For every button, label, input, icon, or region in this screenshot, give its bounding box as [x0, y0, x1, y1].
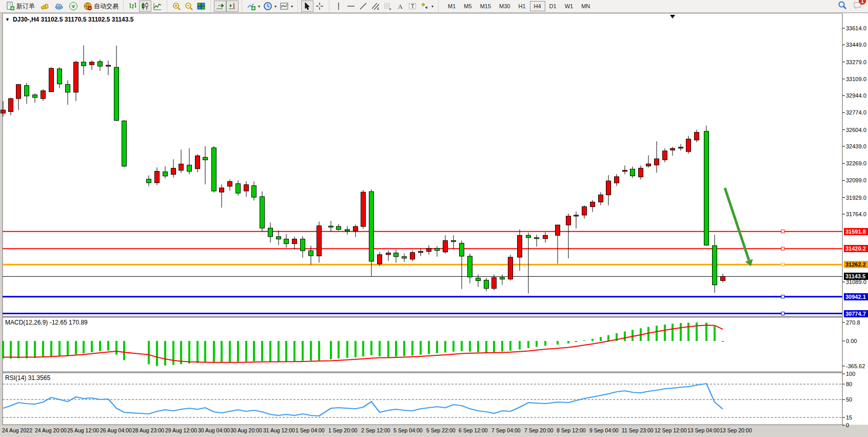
periods-button[interactable]: ▾ — [262, 1, 278, 12]
timeframe-button-m15[interactable]: M15 — [476, 1, 495, 11]
chart-area[interactable]: ▼ DJ30-,H4 31102.5 31170.5 31102.5 31143… — [0, 13, 868, 437]
notifications-icon[interactable]: 1 — [853, 0, 863, 12]
zoom-in-button[interactable] — [170, 1, 183, 12]
candle-bullish — [639, 168, 643, 177]
candle-bullish — [378, 255, 382, 264]
text-tool-button[interactable]: A — [394, 1, 406, 12]
templates-button-dropdown-caret[interactable]: ▾ — [291, 4, 293, 9]
auto-trading-button[interactable]: 自动交易 — [82, 1, 120, 12]
clock-icon — [263, 2, 272, 11]
macd-axis-label: -365.62 — [846, 363, 865, 369]
chart-canvas[interactable] — [0, 13, 868, 437]
shapes-tool-button-dropdown-caret[interactable]: ▾ — [431, 4, 433, 9]
tile-windows-button[interactable] — [195, 1, 207, 12]
candle-bearish — [252, 186, 257, 198]
line-chart-button[interactable] — [151, 1, 164, 12]
new-order-button[interactable]: 新订单 — [4, 1, 36, 12]
candle-bearish — [301, 239, 305, 251]
candle-bearish — [212, 148, 216, 191]
line-anchor-handle[interactable] — [781, 230, 784, 233]
chart-shift-button[interactable] — [226, 1, 239, 12]
autotrade-icon — [83, 2, 92, 11]
svg-text:T: T — [411, 3, 415, 9]
indicators-button[interactable]: ▾ — [245, 1, 262, 12]
timeframe-button-h4[interactable]: H4 — [530, 1, 545, 11]
candle-bullish — [695, 132, 699, 140]
time-axis-label: 1 Sep 20:00 — [328, 427, 358, 433]
horizontal-line-tool-button[interactable] — [345, 1, 357, 12]
timeframe-button-h1[interactable]: H1 — [514, 1, 529, 11]
notification-count-badge: 1 — [859, 0, 866, 5]
candlestick-chart-button[interactable] — [139, 1, 151, 12]
candle-bullish — [590, 202, 595, 206]
indicators-button-dropdown-caret[interactable]: ▾ — [258, 4, 260, 9]
fibonacci-tool-button[interactable]: F — [382, 1, 394, 12]
candle-bullish — [41, 91, 46, 99]
periods-button-dropdown-caret[interactable]: ▾ — [274, 4, 277, 9]
candle-bearish — [66, 84, 70, 92]
trendline-tool-button[interactable] — [357, 1, 369, 12]
candle-bullish — [410, 253, 415, 259]
price-axis-label: 31764.0 — [846, 211, 866, 217]
shapes-tool-button[interactable]: ▾ — [419, 1, 435, 12]
crosshair-tool-button[interactable] — [313, 1, 326, 12]
candle-bearish — [284, 239, 289, 243]
rsi-pane[interactable] — [3, 373, 842, 425]
time-axis-label: 7 Sep 04:00 — [491, 427, 521, 433]
signals-button[interactable] — [67, 1, 80, 12]
line-anchor-handle[interactable] — [781, 263, 784, 266]
line-anchor-handle[interactable] — [781, 295, 784, 298]
auto-scroll-button[interactable] — [214, 1, 226, 12]
candle-bullish — [556, 225, 560, 235]
line-anchor-handle[interactable] — [781, 312, 784, 315]
trading-terminal-window: { "toolbar": { "new_order_label": "新订单",… — [0, 0, 868, 437]
candle-bearish — [337, 226, 341, 230]
vertical-line-tool-button[interactable] — [332, 1, 345, 12]
price-axis-label: 32944.0 — [846, 92, 866, 99]
toolbar-separator — [298, 1, 301, 12]
price-level-badge: 30942.1 — [844, 293, 868, 300]
equidistant-channel-tool-button[interactable]: E — [369, 1, 382, 12]
horn-icon — [40, 2, 49, 11]
time-axis-label: 26 Aug 04:00 — [100, 427, 132, 433]
price-level-badge: 31262.2 — [844, 261, 868, 268]
rsi-axis-label: 0 — [846, 422, 849, 428]
candle-bullish — [646, 164, 651, 166]
timeframe-button-m30[interactable]: M30 — [495, 1, 514, 11]
candle-bullish — [721, 276, 725, 280]
chevron-down-icon[interactable]: ▼ — [5, 17, 10, 22]
timeframe-button-d1[interactable]: D1 — [545, 1, 561, 11]
templates-button[interactable]: ▾ — [278, 1, 294, 12]
timeframe-button-m1[interactable]: M1 — [444, 1, 460, 11]
bar-chart-button[interactable] — [127, 1, 139, 12]
macd-indicator-label: MACD(12,26,9) -12.65 170.89 — [5, 319, 88, 326]
candle-bullish — [615, 177, 619, 183]
candle-bearish — [468, 256, 472, 277]
candle-bearish — [236, 184, 241, 193]
label-tool-button[interactable]: T — [406, 1, 419, 12]
rsi-axis-label: 100 — [846, 371, 855, 377]
timeframe-button-m5[interactable]: M5 — [460, 1, 476, 11]
line-anchor-handle[interactable] — [781, 247, 784, 250]
community-button[interactable] — [53, 1, 65, 12]
auto-trading-button-label: 自动交易 — [94, 2, 119, 11]
candle-bearish — [309, 251, 313, 256]
price-axis-label: 32269.0 — [846, 160, 866, 166]
candle-bullish — [1, 110, 6, 113]
zoomout-icon — [184, 2, 193, 11]
macd-pane[interactable] — [3, 317, 842, 372]
zoom-out-button[interactable] — [183, 1, 195, 12]
chart-title-text: DJ30-,H4 31102.5 31170.5 31102.5 31143.5 — [13, 16, 134, 23]
time-axis-label: 13 Sep 04:00 — [687, 427, 719, 433]
timeframe-button-w1[interactable]: W1 — [561, 1, 578, 11]
candle-bearish — [33, 95, 37, 98]
search-icon[interactable] — [837, 0, 847, 12]
cursor-tool-button[interactable] — [301, 1, 313, 12]
time-axis-label: 8 Sep 12:00 — [557, 427, 586, 433]
news-button[interactable] — [38, 1, 51, 12]
price-axis-label: 32604.0 — [846, 127, 866, 133]
new-order-button-label: 新订单 — [16, 2, 35, 11]
price-level-badge: 31143.5 — [844, 273, 868, 280]
timeframe-button-mn[interactable]: MN — [577, 1, 594, 11]
signal-icon — [69, 2, 78, 11]
